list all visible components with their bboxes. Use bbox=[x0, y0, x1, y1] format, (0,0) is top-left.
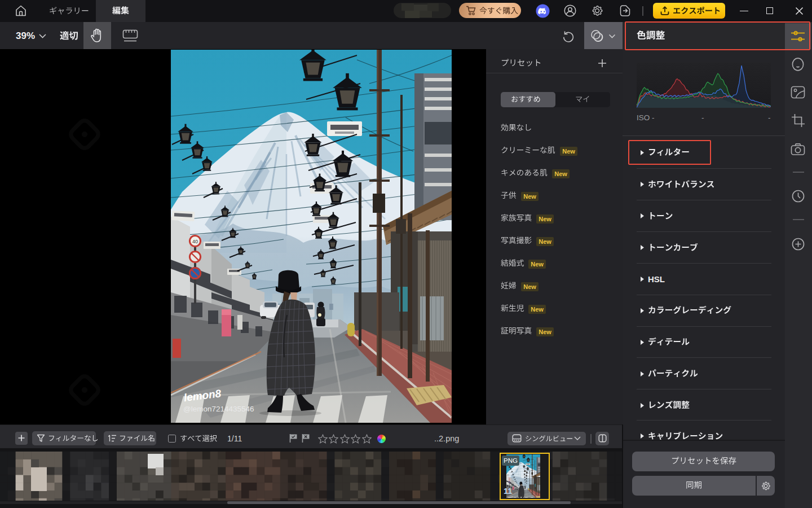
svg-text:@lemon7214435546: @lemon7214435546 bbox=[183, 405, 254, 413]
svg-text:40: 40 bbox=[192, 239, 198, 244]
